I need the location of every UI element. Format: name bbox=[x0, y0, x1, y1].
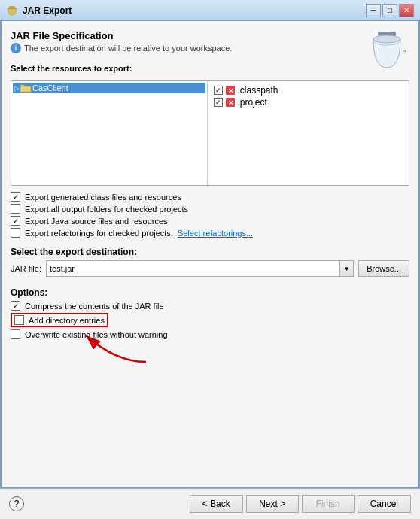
file-checkbox-classpath[interactable]: ✓ bbox=[214, 86, 223, 95]
export-options-section: Export generated class files and resourc… bbox=[11, 192, 409, 238]
export-option-4-label: Export refactorings for checked projects… bbox=[25, 229, 173, 238]
browse-button[interactable]: Browse... bbox=[358, 260, 409, 277]
options-section: Options: Compress the contents of the JA… bbox=[11, 283, 409, 339]
jar-illustration bbox=[367, 30, 406, 72]
next-button[interactable]: Next > bbox=[246, 495, 299, 513]
header-section: JAR File Specification i The export dest… bbox=[11, 30, 409, 58]
folder-icon bbox=[20, 83, 31, 93]
export-option-1-row[interactable]: Export generated class files and resourc… bbox=[11, 192, 409, 202]
resources-label: Select the resources to export: bbox=[11, 64, 409, 73]
red-arrow bbox=[71, 320, 161, 369]
title-bar-controls: ─ □ ✕ bbox=[366, 4, 414, 17]
tree-item-casclient[interactable]: ▷ CasClient bbox=[13, 83, 205, 93]
svg-point-3 bbox=[373, 35, 400, 43]
svg-rect-0 bbox=[9, 6, 15, 8]
dest-section-label: Select the export destination: bbox=[11, 247, 409, 257]
export-option-2-row[interactable]: Export all output folders for checked pr… bbox=[11, 204, 409, 214]
back-button[interactable]: < Back bbox=[190, 495, 243, 513]
export-option-4-row[interactable]: Export refactorings for checked projects… bbox=[11, 228, 409, 238]
close-button[interactable]: ✕ bbox=[399, 4, 414, 17]
tree-item-label: CasClient bbox=[32, 83, 68, 93]
export-option-3-checkbox[interactable] bbox=[11, 216, 20, 226]
jar-file-combo[interactable]: ▼ bbox=[46, 260, 354, 277]
export-option-2-label: Export all output folders for checked pr… bbox=[25, 205, 188, 214]
section-subtitle: i The export destination will be relativ… bbox=[11, 43, 409, 53]
title-bar-left: JAR Export bbox=[6, 5, 72, 17]
export-option-3-row[interactable]: Export Java source files and resources bbox=[11, 216, 409, 226]
jar-options-list: Compress the contents of the JAR file Ad… bbox=[11, 301, 409, 339]
svg-rect-1 bbox=[8, 8, 16, 9]
jar-file-input[interactable] bbox=[47, 261, 339, 276]
svg-text:✕: ✕ bbox=[228, 87, 234, 95]
subtitle-text: The export destination will be relative … bbox=[24, 44, 232, 53]
dest-section: Select the export destination: JAR file:… bbox=[11, 247, 409, 277]
title-bar-text: JAR Export bbox=[23, 5, 72, 16]
overwrite-checkbox[interactable] bbox=[11, 329, 20, 339]
dialog-content: JAR File Specification i The export dest… bbox=[0, 21, 420, 488]
tree-panel[interactable]: ▷ CasClient bbox=[11, 81, 208, 185]
select-refactorings-link[interactable]: Select refactorings... bbox=[178, 229, 253, 238]
svg-text:✕: ✕ bbox=[228, 99, 234, 107]
compress-checkbox[interactable] bbox=[11, 301, 20, 311]
file-item-project-label: .project bbox=[238, 97, 267, 108]
title-bar: JAR Export ─ □ ✕ bbox=[0, 0, 420, 21]
add-dir-checkbox[interactable] bbox=[14, 315, 24, 325]
project-x-icon: ✕ bbox=[226, 98, 235, 107]
cancel-button[interactable]: Cancel bbox=[358, 495, 411, 513]
button-group: < Back Next > Finish Cancel bbox=[190, 495, 411, 513]
compress-option-row[interactable]: Compress the contents of the JAR file bbox=[11, 301, 409, 311]
svg-marker-4 bbox=[403, 48, 406, 54]
info-icon: i bbox=[11, 43, 21, 53]
help-button[interactable]: ? bbox=[9, 496, 24, 511]
options-label: Options: bbox=[11, 287, 409, 298]
export-option-1-label: Export generated class files and resourc… bbox=[25, 193, 181, 202]
jar-title-icon bbox=[6, 5, 18, 17]
file-checkbox-project[interactable]: ✓ bbox=[214, 98, 223, 107]
bottom-bar: ? < Back Next > Finish Cancel bbox=[0, 488, 420, 519]
classpath-x-icon: ✕ bbox=[226, 86, 235, 95]
maximize-button[interactable]: □ bbox=[382, 4, 397, 17]
finish-button[interactable]: Finish bbox=[302, 495, 355, 513]
expand-arrow-icon: ▷ bbox=[14, 85, 19, 92]
file-item-classpath-label: .classpath bbox=[238, 85, 278, 96]
export-option-4-checkbox[interactable] bbox=[11, 228, 20, 238]
file-item-project[interactable]: ✓ ✕ .project bbox=[214, 96, 406, 108]
resources-panel: ▷ CasClient ✓ ✕ .classpath bbox=[11, 80, 409, 186]
file-item-classpath[interactable]: ✓ ✕ .classpath bbox=[214, 84, 406, 96]
jar-file-label: JAR file: bbox=[11, 264, 41, 273]
export-option-1-checkbox[interactable] bbox=[11, 192, 20, 202]
combo-dropdown-arrow[interactable]: ▼ bbox=[339, 261, 353, 276]
file-panel: ✓ ✕ .classpath ✓ ✕ .project bbox=[211, 81, 409, 185]
compress-label: Compress the contents of the JAR file bbox=[25, 302, 164, 311]
minimize-button[interactable]: ─ bbox=[366, 4, 381, 17]
export-option-2-checkbox[interactable] bbox=[11, 204, 20, 214]
section-title: JAR File Specification bbox=[11, 30, 409, 41]
export-option-3-label: Export Java source files and resources bbox=[25, 217, 168, 226]
dest-row: JAR file: ▼ Browse... bbox=[11, 260, 409, 277]
add-dir-option-row[interactable]: Add directory entries bbox=[11, 313, 409, 327]
